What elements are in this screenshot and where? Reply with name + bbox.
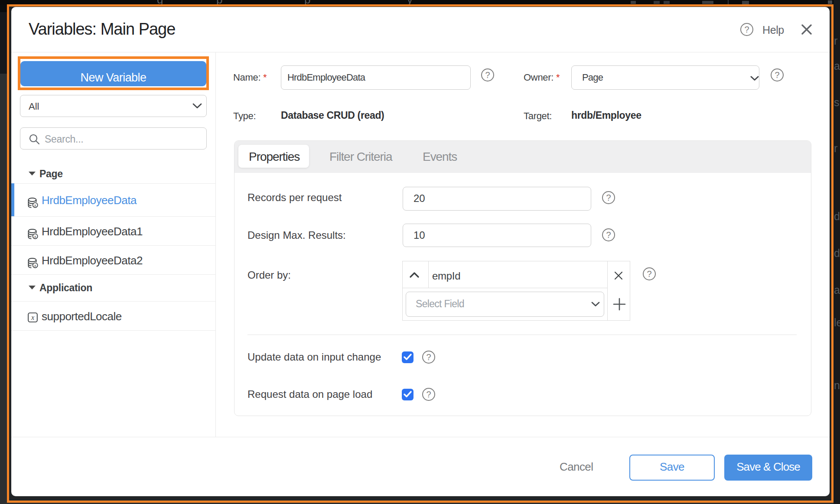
svg-text:x: x xyxy=(31,313,35,322)
